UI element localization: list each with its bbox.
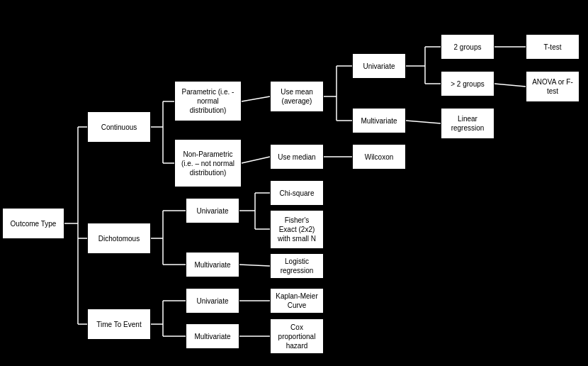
svg-line-21 <box>406 121 441 123</box>
node-linear_reg: Linear regression <box>441 108 494 139</box>
node-wilcoxon: Wilcoxon <box>352 144 406 170</box>
node-logistic_reg: Logistic regression <box>270 253 324 279</box>
node-anova: ANOVA or F-test <box>526 71 579 102</box>
node-univariate_cont: Univariate <box>186 198 239 223</box>
node-two_groups: 2 groups <box>441 34 494 60</box>
svg-line-20 <box>494 84 526 87</box>
node-cox: Cox proportional hazard <box>270 318 324 354</box>
node-dichotomous: Dichotomous <box>87 223 151 254</box>
node-chi_square: Chi-square <box>270 180 324 206</box>
svg-line-31 <box>239 265 270 266</box>
diagram: Outcome TypeContinuousDichotomousTime To… <box>0 0 588 366</box>
svg-line-10 <box>242 157 270 163</box>
node-parametric: Parametric (i.e. - normal distribution) <box>174 81 242 121</box>
node-univariate_param: Univariate <box>352 53 406 79</box>
node-continuous: Continuous <box>87 111 151 143</box>
node-multivariate_dich: Multivariate <box>186 252 239 277</box>
node-outcome_type: Outcome Type <box>2 208 64 239</box>
node-time_to_event: Time To Event <box>87 309 151 340</box>
node-more_groups: > 2 groups <box>441 71 494 96</box>
node-use_mean: Use mean (average) <box>270 81 324 112</box>
node-t_test: T-test <box>526 34 579 60</box>
node-kaplan_meier: Kaplan-Meier Curve <box>270 288 324 314</box>
svg-line-9 <box>242 96 270 101</box>
node-use_median: Use median <box>270 144 324 170</box>
node-multivariate_tte: Multivariate <box>186 323 239 349</box>
node-fishers_exact: Fisher's Exact (2x2) with small N <box>270 210 324 249</box>
node-multivariate_param: Multivariate <box>352 108 406 133</box>
node-univariate_tte: Univariate <box>186 288 239 314</box>
node-non_parametric: Non-Parametric (i.e. – not normal distri… <box>174 139 242 187</box>
